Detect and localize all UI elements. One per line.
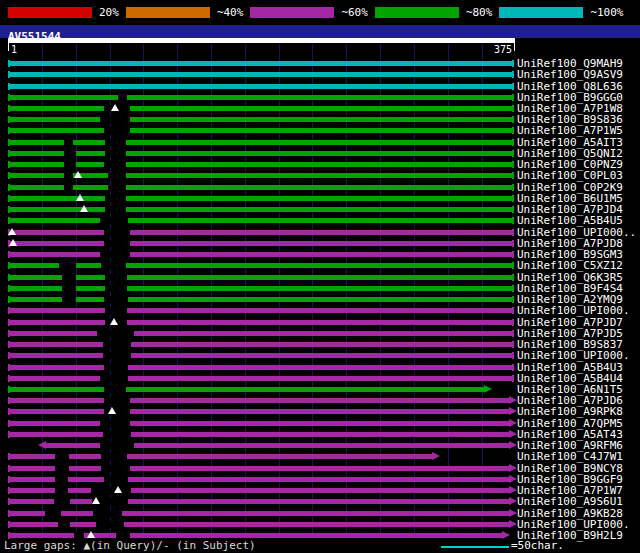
plot-area: UniRef100_Q9MAH9UniRef100_Q9ASV9UniRef10… — [0, 0, 640, 553]
hit-bar-cap — [512, 71, 514, 78]
hit-label[interactable]: UniRef100_A9S6U1 — [517, 496, 623, 507]
subject-gap-mark — [64, 161, 76, 168]
subject-extends-right-arrow-icon — [509, 419, 517, 427]
subject-gap-mark — [55, 465, 69, 472]
hit-bar[interactable] — [8, 342, 514, 347]
hit-bar-cap — [8, 341, 10, 348]
scale-bar-icon — [441, 546, 509, 548]
hit-bar[interactable] — [8, 365, 514, 370]
hit-label[interactable]: UniRef100_Q9ASV9 — [517, 69, 623, 80]
hit-bar[interactable] — [8, 320, 514, 325]
hit-bar[interactable] — [8, 353, 514, 358]
hit-bar[interactable] — [8, 488, 509, 493]
hit-bar[interactable] — [8, 477, 509, 482]
hit-bar[interactable] — [8, 275, 514, 280]
hit-label[interactable]: UniRef100_Q8L636 — [517, 81, 623, 92]
query-gap-triangle-icon — [108, 407, 116, 414]
hit-bar[interactable] — [8, 387, 484, 392]
query-gap-triangle-icon — [8, 228, 16, 235]
hit-bar[interactable] — [8, 61, 514, 66]
query-gap-triangle-icon — [80, 205, 88, 212]
hit-bar[interactable] — [8, 84, 514, 89]
subject-extends-right-arrow-icon — [509, 407, 517, 415]
hit-bar-cap — [8, 184, 10, 191]
hit-bar-cap — [512, 296, 514, 303]
subject-extends-right-arrow-icon — [484, 385, 492, 393]
hit-bar-cap — [8, 217, 10, 224]
subject-gap-mark — [104, 161, 126, 168]
hit-label[interactable]: UniRef100_C4J7W1 — [517, 451, 623, 462]
query-gap-triangle-icon — [111, 104, 119, 111]
hit-bar-cap — [8, 274, 10, 281]
hit-bar[interactable] — [8, 140, 514, 145]
hit-bar-cap — [512, 60, 514, 67]
hit-bar-cap — [8, 408, 10, 415]
hit-bar[interactable] — [8, 151, 514, 156]
hit-label[interactable]: UniRef100_A7P1W5 — [517, 125, 623, 136]
hit-label[interactable]: UniRef100_UPI000. — [517, 350, 630, 361]
subject-extends-left-arrow-icon — [38, 441, 46, 449]
hit-bar[interactable] — [8, 162, 514, 167]
hit-label[interactable]: UniRef100_A7PJD7 — [517, 317, 623, 328]
hit-bar[interactable] — [8, 466, 509, 471]
hit-bar-cap — [512, 195, 514, 202]
hit-label[interactable]: UniRef100_Q6K3R5 — [517, 272, 623, 283]
hit-bar[interactable] — [8, 95, 514, 100]
hit-bar[interactable] — [8, 218, 514, 223]
subject-gap-mark — [62, 296, 76, 303]
hit-bar[interactable] — [8, 499, 509, 504]
hit-bar-cap — [512, 251, 514, 258]
hit-bar[interactable] — [8, 409, 509, 414]
subject-gap-mark — [105, 150, 125, 157]
hit-bar-cap — [8, 386, 10, 393]
hit-bar[interactable] — [8, 297, 514, 302]
subject-gap-mark — [55, 476, 67, 483]
hit-bar[interactable] — [8, 106, 514, 111]
hit-label[interactable]: UniRef100_UPI000.. — [517, 227, 636, 238]
hit-bar[interactable] — [8, 185, 514, 190]
hit-label[interactable]: UniRef100_A5B4U5 — [517, 215, 623, 226]
hit-bar[interactable] — [8, 241, 514, 246]
hit-bar[interactable] — [8, 398, 509, 403]
hit-label[interactable]: UniRef100_A5B4U3 — [517, 362, 623, 373]
hit-bar[interactable] — [8, 117, 514, 122]
hit-label[interactable]: UniRef100_B9NCY8 — [517, 463, 623, 474]
subject-gap-mark — [101, 465, 129, 472]
hit-bar-cap — [8, 307, 10, 314]
hit-bar[interactable] — [8, 454, 432, 459]
hit-label[interactable]: UniRef100_C0PL03 — [517, 170, 623, 181]
query-gap-triangle-icon — [74, 171, 82, 178]
hit-bar[interactable] — [8, 72, 514, 77]
hit-bar[interactable] — [8, 511, 509, 516]
hit-bar-cap — [512, 274, 514, 281]
hit-label[interactable]: UniRef100_UPI000. — [517, 305, 630, 316]
subject-extends-right-arrow-icon — [509, 396, 517, 404]
hit-label[interactable]: UniRef100_A9RPK8 — [517, 406, 623, 417]
hit-label[interactable]: UniRef100_C0P2K9 — [517, 182, 623, 193]
hit-bar[interactable] — [8, 522, 509, 527]
hit-bar[interactable] — [8, 173, 514, 178]
query-gap-triangle-icon — [92, 497, 100, 504]
hit-bar-cap — [8, 352, 10, 359]
hit-bar[interactable] — [8, 421, 509, 426]
subject-gap-mark — [55, 487, 67, 494]
hit-bar[interactable] — [8, 376, 514, 381]
subject-gap-mark — [104, 127, 130, 134]
subject-gap-mark — [96, 521, 124, 528]
hit-label[interactable]: UniRef100_C5XZ12 — [517, 260, 623, 271]
hit-bar[interactable] — [8, 196, 514, 201]
hit-bar[interactable] — [8, 286, 514, 291]
hit-bar[interactable] — [8, 263, 514, 268]
hit-bar[interactable] — [8, 252, 514, 257]
subject-extends-right-arrow-icon — [509, 430, 517, 438]
hit-label[interactable]: UniRef100_A9KB28 — [517, 508, 623, 519]
hit-bar-cap — [512, 184, 514, 191]
hit-bar[interactable] — [8, 230, 514, 235]
hit-bar[interactable] — [8, 308, 514, 313]
hit-bar[interactable] — [8, 128, 514, 133]
subject-gap-mark — [108, 184, 126, 191]
hit-bar-cap — [512, 172, 514, 179]
hit-bar-cap — [512, 285, 514, 292]
hit-bar[interactable] — [8, 432, 509, 437]
hit-bar[interactable] — [8, 331, 514, 336]
